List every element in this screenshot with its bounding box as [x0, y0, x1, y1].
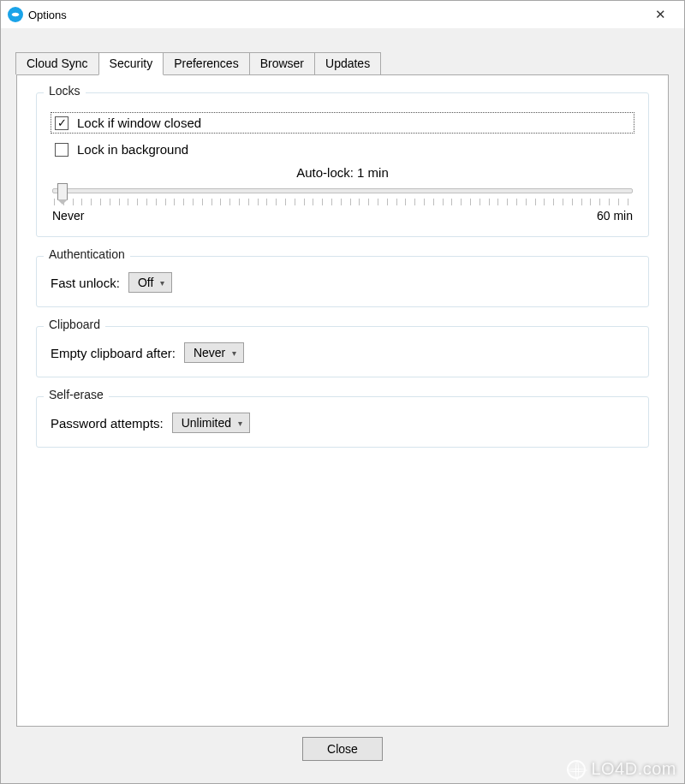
options-window: Options ✕ Cloud Sync Security Preference…	[0, 0, 685, 784]
group-locks: Locks Lock if window closed Lock in back…	[36, 92, 649, 237]
titlebar: Options ✕	[1, 1, 684, 28]
group-authentication: Authentication Fast unlock: Off ▾	[36, 256, 649, 307]
lock-in-background-row: Lock in background	[51, 142, 634, 157]
lock-in-background-checkbox[interactable]	[55, 143, 68, 157]
autolock-slider: Never 60 min	[51, 188, 634, 223]
dialog-footer: Close	[16, 727, 669, 771]
group-clipboard: Clipboard Empty clipboard after: Never ▾	[36, 326, 649, 377]
autolock-max-label: 60 min	[597, 209, 633, 223]
autolock-slider-track[interactable]	[52, 188, 633, 193]
window-title: Options	[28, 9, 67, 21]
group-self-erase-legend: Self-erase	[44, 388, 109, 401]
group-authentication-legend: Authentication	[44, 247, 130, 261]
tab-security[interactable]: Security	[98, 52, 164, 75]
empty-clipboard-row: Empty clipboard after: Never ▾	[51, 342, 634, 363]
fast-unlock-value: Off	[138, 276, 153, 289]
fast-unlock-label: Fast unlock:	[51, 276, 120, 290]
autolock-min-label: Never	[52, 209, 84, 223]
client-area: Cloud Sync Security Preferences Browser …	[1, 28, 684, 783]
autolock-label: Auto-lock: 1 min	[51, 165, 634, 180]
lock-if-window-closed-row: Lock if window closed	[51, 112, 634, 134]
titlebar-left: Options	[8, 7, 67, 22]
tab-browser[interactable]: Browser	[249, 52, 315, 74]
autolock-slider-ends: Never 60 min	[52, 209, 633, 223]
tab-page-security: Locks Lock if window closed Lock in back…	[16, 74, 669, 727]
tabstrip: Cloud Sync Security Preferences Browser …	[15, 52, 669, 74]
group-clipboard-legend: Clipboard	[44, 318, 105, 331]
autolock-slider-ticks	[54, 199, 631, 205]
chevron-down-icon: ▾	[238, 419, 242, 428]
chevron-down-icon: ▾	[232, 348, 236, 358]
tab-cloud-sync[interactable]: Cloud Sync	[15, 52, 99, 74]
empty-clipboard-label: Empty clipboard after:	[51, 346, 176, 360]
lock-if-window-closed-checkbox[interactable]	[55, 116, 68, 130]
empty-clipboard-value: Never	[194, 346, 225, 359]
password-attempts-label: Password attempts:	[51, 416, 164, 431]
focus-outline: Lock if window closed	[51, 112, 634, 134]
group-locks-legend: Locks	[44, 84, 86, 98]
password-attempts-dropdown[interactable]: Unlimited ▾	[172, 413, 250, 433]
close-icon[interactable]: ✕	[643, 3, 677, 27]
password-attempts-value: Unlimited	[182, 416, 231, 430]
autolock-slider-thumb[interactable]	[57, 183, 68, 200]
tab-preferences[interactable]: Preferences	[163, 52, 249, 74]
fast-unlock-dropdown[interactable]: Off ▾	[128, 272, 172, 293]
group-self-erase: Self-erase Password attempts: Unlimited …	[36, 396, 649, 448]
password-attempts-row: Password attempts: Unlimited ▾	[51, 413, 634, 433]
lock-if-window-closed-label: Lock if window closed	[77, 116, 201, 130]
fast-unlock-row: Fast unlock: Off ▾	[51, 272, 634, 293]
app-icon	[8, 7, 23, 22]
tab-updates[interactable]: Updates	[314, 52, 381, 74]
chevron-down-icon: ▾	[160, 278, 164, 288]
close-button[interactable]: Close	[302, 737, 383, 761]
lock-in-background-label: Lock in background	[77, 142, 188, 157]
empty-clipboard-dropdown[interactable]: Never ▾	[184, 342, 244, 363]
